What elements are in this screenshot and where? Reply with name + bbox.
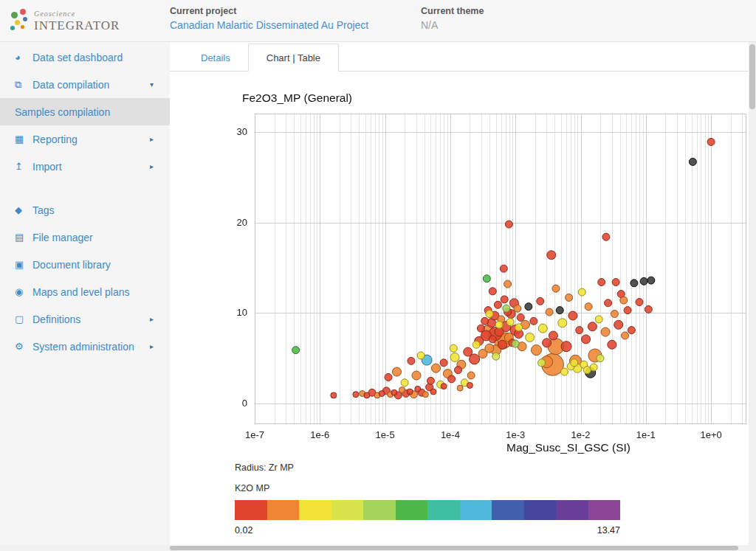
- sidebar-item-data-set-dashboard[interactable]: ◕ Data set dashboard: [0, 44, 170, 71]
- sidebar-item-label: Samples compilation: [15, 106, 110, 118]
- sidebar: ◕ Data set dashboard ⧉ Data compilation …: [0, 42, 170, 545]
- current-project-label: Current project: [170, 6, 421, 16]
- sidebar-item-import[interactable]: ↥ Import ▸: [0, 153, 170, 180]
- chart-legend: Radius: Zr MP K2O MP 0.02 13.47: [235, 462, 620, 536]
- sidebar-item-document-library[interactable]: ▣ Document library: [0, 251, 170, 278]
- sidebar-item-label: Data compilation: [32, 79, 109, 91]
- tag-icon: ◆: [15, 204, 32, 215]
- sidebar-item-label: Import: [32, 161, 62, 173]
- sidebar-item-system-administration[interactable]: ⚙ System administration ▸: [0, 333, 170, 360]
- sidebar-item-file-manager[interactable]: ▤ File manager: [0, 223, 170, 251]
- color-scale-segment: [363, 500, 396, 520]
- map-marker-icon: ◉: [15, 286, 32, 297]
- sidebar-item-reporting[interactable]: ▦ Reporting ▸: [0, 125, 170, 153]
- tab-details[interactable]: Details: [183, 44, 248, 71]
- current-theme-label: Current theme: [421, 6, 484, 16]
- logo-text-top: Geoscience: [34, 10, 120, 18]
- sidebar-item-tags[interactable]: ◆ Tags: [0, 196, 170, 223]
- horizontal-scrollbar[interactable]: [0, 545, 756, 551]
- logo-text-bottom: INTEGRATOR: [34, 19, 120, 32]
- top-bar: Geoscience INTEGRATOR Current project Ca…: [0, 0, 756, 42]
- color-scale-segment: [588, 500, 621, 520]
- color-scale-segment: [267, 500, 300, 520]
- calendar-icon: ▦: [15, 134, 32, 145]
- sidebar-item-label: Data set dashboard: [32, 52, 123, 63]
- main-content: Details Chart | Table Radius: Zr MP K2O …: [170, 42, 749, 545]
- color-legend-label: K2O MP: [235, 483, 620, 493]
- color-scale-segment: [235, 500, 267, 520]
- document-icon: ▢: [15, 313, 32, 325]
- color-scale-segment: [524, 500, 557, 520]
- app-logo: Geoscience INTEGRATOR: [0, 0, 170, 41]
- chart-area: Radius: Zr MP K2O MP 0.02 13.47: [177, 84, 749, 536]
- color-scale-segment: [460, 500, 492, 520]
- sidebar-item-samples-compilation[interactable]: Samples compilation: [0, 98, 170, 125]
- sidebar-item-label: Maps and level plans: [32, 286, 130, 298]
- sidebar-item-label: System administration: [32, 341, 134, 353]
- wrench-icon: ⚙: [15, 341, 32, 352]
- color-scale-min-value: 0.02: [235, 525, 252, 536]
- color-scale-segment: [556, 500, 588, 520]
- bubble-chart-canvas[interactable]: [177, 84, 753, 457]
- book-icon: ▣: [15, 259, 32, 270]
- color-scale-segment: [427, 500, 460, 520]
- chevron-down-icon: ▾: [150, 80, 170, 89]
- logo-dots-icon: [9, 8, 31, 33]
- current-theme-value: N/A: [421, 19, 484, 31]
- color-scale-segment: [331, 500, 364, 520]
- sidebar-item-label: Reporting: [32, 134, 78, 145]
- color-scale-segment: [396, 500, 428, 520]
- color-scale-max-value: 13.47: [597, 525, 620, 536]
- vertical-scrollbar-thumb[interactable]: [749, 44, 755, 109]
- chevron-right-icon: ▸: [150, 162, 170, 170]
- pie-chart-icon: ◕: [15, 52, 32, 63]
- horizontal-scrollbar-thumb[interactable]: [170, 546, 738, 550]
- sidebar-item-label: File manager: [32, 232, 93, 243]
- vertical-scrollbar[interactable]: [749, 42, 756, 545]
- upload-icon: ↥: [15, 161, 32, 172]
- file-icon: ▤: [15, 232, 32, 243]
- radius-legend-label: Radius: Zr MP: [235, 462, 620, 473]
- chevron-right-icon: ▸: [150, 315, 170, 323]
- tab-chart-table[interactable]: Chart | Table: [248, 44, 339, 72]
- current-project-value: Canadian Malartic Disseminated Au Projec…: [170, 19, 421, 31]
- sidebar-item-data-compilation[interactable]: ⧉ Data compilation ▾: [0, 71, 170, 98]
- sidebar-item-maps-and-level-plans[interactable]: ◉ Maps and level plans: [0, 278, 170, 305]
- app-window: Geoscience INTEGRATOR Current project Ca…: [0, 0, 756, 551]
- sidebar-item-definitions[interactable]: ▢ Definitions ▸: [0, 305, 170, 333]
- chevron-right-icon: ▸: [150, 135, 170, 143]
- sidebar-item-label: Document library: [32, 259, 111, 271]
- color-scale-segment: [299, 500, 331, 520]
- color-scale-segment: [492, 500, 524, 520]
- copy-icon: ⧉: [15, 79, 32, 91]
- sidebar-item-label: Definitions: [32, 313, 80, 325]
- tab-bar: Details Chart | Table: [170, 42, 749, 72]
- sidebar-item-label: Tags: [32, 204, 55, 216]
- chevron-right-icon: ▸: [150, 342, 170, 350]
- color-scale-bar: [235, 500, 620, 520]
